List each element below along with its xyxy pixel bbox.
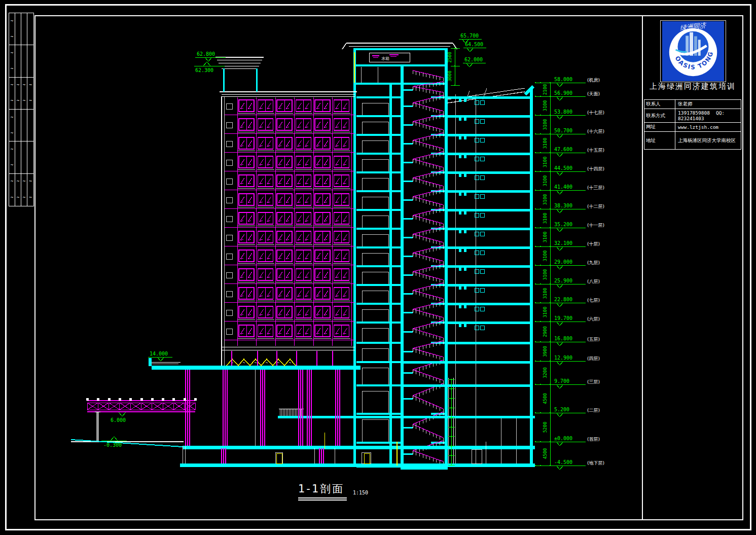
website-value: www.lztjsh.com [675, 123, 741, 131]
address-value: 上海杨浦区同济大学南校区 [675, 136, 741, 145]
logo-graphic: OASIS TONGJI 绿洲同济 [661, 21, 726, 82]
revision-cell [15, 45, 21, 77]
company-logo: OASIS TONGJI 绿洲同济 [660, 20, 726, 82]
revision-cell: ~~ [9, 13, 15, 45]
drawing-scale: 1:150 [353, 490, 368, 495]
revision-row: ~~ [9, 13, 33, 45]
revision-cell [27, 141, 33, 173]
revision-row: ~~ [9, 141, 33, 173]
revision-cell [21, 13, 27, 45]
qq-label: QQ: [716, 110, 725, 116]
phone-number: 13917859808 [678, 110, 710, 116]
revision-cell: ~~ [27, 78, 33, 109]
drawing-title: 1-1剖面 1:150 [298, 482, 347, 501]
revision-cell: ~~ [9, 78, 15, 109]
phone-value: 13917859808QQ: 823241403 [675, 109, 741, 122]
contact-label: 联系人 [644, 100, 675, 109]
qq-number: 823241403 [678, 116, 704, 121]
revision-row: ~~~~~~~~ [9, 78, 33, 110]
revision-cell: ~~ [15, 174, 21, 206]
revision-row: ~~ [9, 110, 33, 141]
revision-cell: ~~ [9, 45, 15, 77]
revision-cell [21, 110, 27, 141]
revision-cell: ~~ [21, 174, 27, 206]
revision-cell [21, 45, 27, 77]
title-underline [298, 500, 347, 501]
table-row: 地址 上海杨浦区同济大学南校区 [644, 132, 741, 149]
revision-cell: ~~ [27, 174, 33, 206]
table-row: 网址 www.lztjsh.com [644, 123, 741, 132]
revision-strip: ~~~~~~~~~~~~~~~~~~~~~~~~ [9, 13, 34, 206]
table-row: 联系人 张老师 [644, 100, 741, 109]
address-label: 地址 [644, 132, 675, 149]
table-row: 联系方式 13917859808QQ: 823241403 [644, 109, 741, 123]
phone-label: 联系方式 [644, 109, 675, 122]
contact-table: 联系人 张老师 联系方式 13917859808QQ: 823241403 网址… [644, 99, 741, 150]
drawing-title-text: 1-1剖面 [298, 482, 347, 496]
cad-application-canvas: { "colors":{"cyan":"#00ffff","magenta":"… [0, 0, 756, 535]
revision-cell [27, 110, 33, 141]
revision-cell: ~~ [21, 78, 27, 109]
title-underline [298, 497, 347, 498]
title-block-divider [642, 15, 643, 519]
revision-cell [15, 141, 21, 173]
revision-row: ~~~~~~~~ [9, 174, 33, 206]
revision-cell [27, 45, 33, 77]
revision-cell: ~~ [9, 174, 15, 206]
revision-cell [15, 13, 21, 45]
contact-value: 张老师 [675, 100, 741, 109]
company-name: 上海绿洲同济建筑培训 [644, 82, 741, 91]
revision-row: ~~ [9, 45, 33, 77]
revision-cell: ~~ [9, 141, 15, 173]
revision-cell [21, 141, 27, 173]
sheet-inner-border [34, 15, 743, 520]
website-label: 网址 [644, 123, 675, 131]
revision-cell [15, 110, 21, 141]
revision-cell [27, 13, 33, 45]
revision-cell: ~~ [15, 78, 21, 109]
revision-cell: ~~ [9, 110, 15, 141]
